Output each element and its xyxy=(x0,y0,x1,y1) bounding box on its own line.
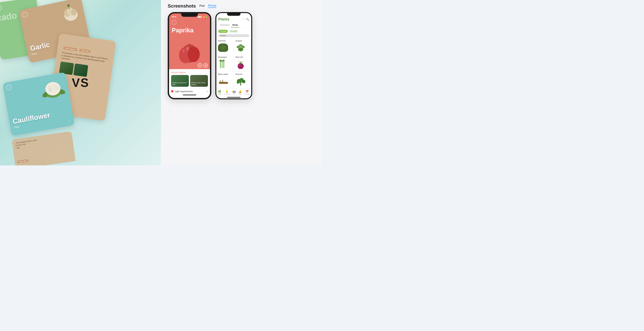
light-dot xyxy=(171,90,174,92)
nav-bot[interactable]: 🤖 Bot xyxy=(232,90,236,95)
garlic-image xyxy=(59,1,82,24)
vs-label: VS xyxy=(72,76,89,90)
plant-item-artichoke[interactable]: Artichoke xyxy=(216,38,234,54)
alerts-nav-icon: 🔔 xyxy=(238,90,242,93)
plant-item-arugula[interactable]: Arugula xyxy=(234,38,252,54)
heart-icon[interactable]: ♡ xyxy=(242,18,244,21)
tab-vegetables[interactable]: Vegetables xyxy=(218,23,231,28)
nav-alerts[interactable]: 🔔 Alerts xyxy=(238,90,242,95)
home-indicator-2 xyxy=(227,97,240,98)
plant-item-broccoli[interactable]: Broccoli xyxy=(234,72,252,88)
nav-plants[interactable]: 🌿 Plants xyxy=(218,90,221,95)
around-label: around Paprika xyxy=(171,71,208,74)
around-photo-2[interactable]: When to start sowing paprika xyxy=(190,75,208,87)
plants-nav-icon: 🌿 xyxy=(218,90,221,93)
artichoke-image xyxy=(218,44,228,52)
paprika-back-btn[interactable]: ← xyxy=(172,20,176,25)
iphone-mockup-1: 09:41 ▋▋▋ 📶 🔋 ← Paprika xyxy=(168,12,211,99)
tag-class: Class: Bay xyxy=(79,49,91,53)
cauliflower-title: Cauliflower xyxy=(12,111,51,126)
lifehacks-nav-icon: 💡 xyxy=(225,90,228,93)
plant-item-asparagus[interactable]: Asparagus xyxy=(216,54,234,71)
around-photo-2-label: When to start sowing paprika xyxy=(191,82,208,86)
cauliflower-subtitle: Plant xyxy=(14,125,20,129)
garlic-title: Garlic xyxy=(29,40,50,52)
svg-rect-35 xyxy=(224,60,224,68)
paprika-bottom: around Paprika Paprika is a perennial pl… xyxy=(169,69,210,98)
around-photos: Paprika is a perennial plant When to sta… xyxy=(171,75,208,87)
arugula-image xyxy=(236,44,246,52)
calendar-nav-icon: 📅 xyxy=(246,90,249,93)
plants-nav-label: Plants xyxy=(218,94,221,95)
calendar-nav-label: Calendar xyxy=(244,94,250,95)
svg-point-38 xyxy=(223,60,224,62)
right-panel: Screenshots iPad iPhone 09:41 ▋▋▋ 📶 🔋 xyxy=(161,0,322,166)
nav-calendar[interactable]: 📅 Calendar xyxy=(244,90,250,95)
avocado-title: cado xyxy=(0,10,18,23)
svg-rect-23 xyxy=(193,45,194,48)
light-requirements[interactable]: Light requirements ∨ xyxy=(171,88,208,94)
screenshots-content: 09:41 ▋▋▋ 📶 🔋 ← Paprika xyxy=(168,12,315,162)
beetroot-name: Beet root xyxy=(236,56,243,58)
cauliflower-back-btn[interactable]: ← xyxy=(6,84,12,90)
avocado-back-btn[interactable]: ← xyxy=(0,5,2,11)
plants-title: Plants xyxy=(218,17,230,22)
svg-rect-22 xyxy=(185,46,186,48)
bottom-tag-class: Class: Bay xyxy=(17,159,29,164)
paprika-header: ← xyxy=(169,19,210,26)
tag-rarlic: Rarlic Species xyxy=(63,46,77,51)
signal-bars: ▋▋▋ xyxy=(198,16,202,18)
iphone-time: 09:41 xyxy=(172,16,176,18)
plant-item-salsify[interactable]: Black salsify xyxy=(216,72,234,88)
heart-btn[interactable]: ♥ xyxy=(203,63,208,68)
plants-tabs: Vegetables Herbs xyxy=(216,23,251,28)
svg-point-37 xyxy=(221,60,223,62)
bot-nav-icon: 🤖 xyxy=(232,90,236,93)
svg-line-42 xyxy=(241,62,243,63)
tab-iphone[interactable]: iPhone xyxy=(208,4,216,8)
paprika-action-btns: + ♥ xyxy=(198,63,208,68)
around-photo-1[interactable]: Paprika is a perennial plant xyxy=(171,75,189,87)
asparagus-name: Asparagus xyxy=(218,56,227,58)
svg-point-24 xyxy=(186,46,189,50)
beetroot-image xyxy=(236,60,246,69)
grid-2x3-btn[interactable]: 2×3 grid xyxy=(218,30,228,33)
plants-screen: Plants ♡ 🔍 Vegetables Herbs 2×3 grid 3×3… xyxy=(216,13,251,98)
preview-btn[interactable]: Preview xyxy=(218,34,249,37)
svg-point-7 xyxy=(67,4,70,7)
svg-point-25 xyxy=(183,49,185,53)
left-panel: ← cado ♡ ← Garlic Plant Rarlic Speci xyxy=(0,0,161,166)
tab-herbs[interactable]: Herbs xyxy=(231,23,239,28)
battery-icon: 🔋 xyxy=(205,16,207,18)
broccoli-image xyxy=(236,77,246,86)
tab-ipad[interactable]: iPad xyxy=(199,4,204,8)
detail-photo-2 xyxy=(73,64,88,77)
grid-buttons: 2×3 grid 3×3 grid xyxy=(216,29,251,34)
svg-point-50 xyxy=(242,80,245,83)
svg-point-43 xyxy=(238,64,240,66)
cauliflower-image xyxy=(40,76,66,100)
signal-icons: ▋▋▋ 📶 🔋 xyxy=(198,16,207,18)
search-icon[interactable]: 🔍 xyxy=(246,18,249,21)
paprika-image-area: + ♥ xyxy=(169,34,210,69)
chevron-down-icon: ∨ xyxy=(206,90,208,92)
plants-bottom-nav: 🌿 Plants 💡 Lifehacks 🤖 Bot 🔔 Alerts xyxy=(216,88,251,96)
bottom-detail-card: ...with probable origin in southmember o… xyxy=(12,131,76,166)
cauliflower-card: ← Cauliflower Plant ♡ xyxy=(2,72,75,136)
arugula-name: Arugula xyxy=(236,40,242,42)
plant-item-beetroot[interactable]: Beet root xyxy=(234,54,252,71)
cauliflower-heart[interactable]: ♡ xyxy=(68,119,72,123)
svg-rect-46 xyxy=(222,80,223,82)
grid-3x3-btn[interactable]: 3×3 grid xyxy=(229,30,238,33)
iphone-notch-2 xyxy=(227,13,240,16)
peppers-image xyxy=(176,40,203,64)
bottom-detail-text: ...with probable origin in southmember o… xyxy=(14,134,70,149)
plants-header-icons: ♡ 🔍 xyxy=(242,18,249,21)
add-btn[interactable]: + xyxy=(198,63,202,68)
alerts-nav-label: Alerts xyxy=(238,94,242,95)
nav-lifehacks[interactable]: 💡 Lifehacks xyxy=(224,90,230,95)
garlic-back-btn[interactable]: ← xyxy=(22,12,28,18)
wifi-icon: 📶 xyxy=(202,16,204,18)
salsify-name: Black salsify xyxy=(218,73,228,75)
light-label: Light requirements xyxy=(175,90,206,92)
